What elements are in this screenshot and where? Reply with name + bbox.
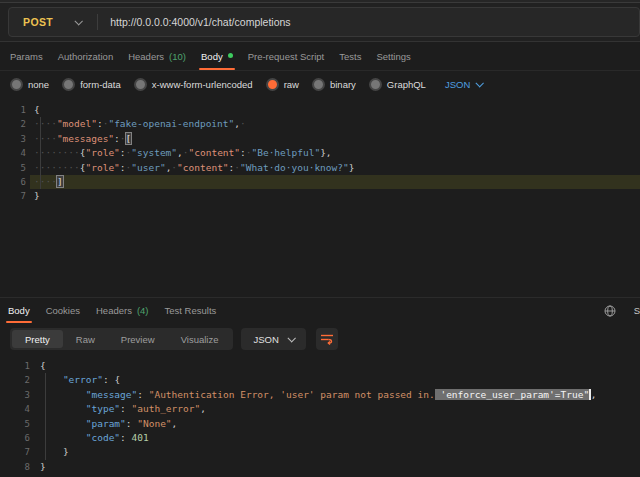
code-token <box>40 374 63 385</box>
code-token <box>40 403 86 414</box>
postman-request-window: POST http://0.0.0.0:4000/v1/chat/complet… <box>0 0 640 477</box>
body-type-row: none form-data x-www-form-urlencoded raw… <box>0 71 640 97</box>
radio-graphql[interactable]: GraphQL <box>369 78 426 91</box>
response-tab-headers[interactable]: Headers (4) <box>96 298 149 323</box>
tab-authorization[interactable]: Authorization <box>58 42 113 70</box>
active-tab-underline <box>6 321 32 323</box>
code-token: "message" <box>86 389 137 400</box>
code-token: "What·do·you·know?" <box>240 162 349 173</box>
method-label: POST <box>23 16 53 28</box>
code-token <box>40 446 63 457</box>
code-line: 4········{"role":·"system",·"content":·"… <box>0 146 640 160</box>
tab-tests[interactable]: Tests <box>339 42 361 70</box>
radio-icon <box>134 78 147 91</box>
code-token: }, <box>320 147 331 158</box>
code-line: 7} <box>0 189 640 203</box>
selected-text: 'enforce_user_param'=True" <box>435 389 589 400</box>
view-raw-button[interactable]: Raw <box>63 330 108 348</box>
code-token: "error" <box>63 374 103 385</box>
radio-none[interactable]: none <box>10 78 49 91</box>
code-text: ····"model":·"fake-openai-endpoint",· <box>34 117 640 131</box>
response-view-switcher: Pretty Raw Preview Visualize <box>10 328 233 350</box>
response-meta: S <box>604 298 640 323</box>
response-tab-test-results[interactable]: Test Results <box>165 298 217 323</box>
view-preview-button[interactable]: Preview <box>108 330 168 348</box>
code-token: ] <box>57 176 63 187</box>
code-token: [ <box>126 133 132 144</box>
line-number: 4 <box>0 146 34 160</box>
code-text: "type": "auth_error", <box>40 402 640 416</box>
code-line: 3 "message": "Authentication Error, 'use… <box>0 388 640 402</box>
code-token: , <box>591 389 597 400</box>
url-input[interactable]: http://0.0.0.0:4000/v1/chat/completions <box>98 16 290 28</box>
url-row: POST http://0.0.0.0:4000/v1/chat/complet… <box>0 3 640 42</box>
line-number: 4 <box>0 402 40 416</box>
code-line: 2 "error": { <box>0 373 640 387</box>
line-number: 2 <box>0 373 40 387</box>
code-line: 4 "type": "auth_error", <box>0 402 640 416</box>
code-line: 5········{"role":·"user",·"content":·"Wh… <box>0 161 640 175</box>
active-tab-underline <box>199 68 235 70</box>
line-number: 5 <box>0 417 40 431</box>
code-line: 6 "code": 401 <box>0 431 640 445</box>
radio-form-data[interactable]: form-data <box>62 78 121 91</box>
response-tab-cookies[interactable]: Cookies <box>46 298 80 323</box>
indent-guide <box>40 117 41 189</box>
line-number: 3 <box>0 388 40 402</box>
tab-pre-request-script[interactable]: Pre-request Script <box>248 42 325 70</box>
tab-settings[interactable]: Settings <box>376 42 410 70</box>
response-tab-body[interactable]: Body <box>8 298 30 323</box>
globe-icon[interactable] <box>604 305 616 317</box>
tab-body[interactable]: Body <box>201 42 233 70</box>
code-token: : <box>120 432 131 443</box>
code-token: : { <box>103 374 120 385</box>
code-token: ···· <box>34 176 57 187</box>
code-token: ···· <box>34 133 57 144</box>
body-modified-dot-icon <box>228 53 233 58</box>
code-token: } <box>34 190 40 201</box>
radio-selected-icon <box>266 78 279 91</box>
view-visualize-button[interactable]: Visualize <box>168 330 232 348</box>
radio-binary[interactable]: binary <box>312 78 356 91</box>
code-token: "Authentication Error, 'user' param not … <box>149 389 435 400</box>
code-token: "None" <box>137 418 171 429</box>
code-line: 5 "param": "None", <box>0 417 640 431</box>
code-text: } <box>40 445 640 459</box>
chevron-down-icon <box>287 334 295 342</box>
code-token: "role" <box>86 147 120 158</box>
radio-x-www-form-urlencoded[interactable]: x-www-form-urlencoded <box>134 78 253 91</box>
code-token: "model" <box>57 118 97 129</box>
code-token: { <box>40 360 46 371</box>
line-number: 2 <box>0 117 34 131</box>
code-token: "auth_error" <box>132 403 201 414</box>
code-text: "message": "Authentication Error, 'user'… <box>40 388 640 402</box>
response-toolbar: Pretty Raw Preview Visualize JSON <box>0 323 640 357</box>
code-line: 1{ <box>0 359 640 373</box>
radio-icon <box>10 78 23 91</box>
code-token: } <box>349 162 355 173</box>
response-body-viewer[interactable]: 1{2 "error": {3 "message": "Authenticati… <box>0 357 640 477</box>
code-token: } <box>63 446 69 457</box>
request-format-selector[interactable]: JSON <box>445 79 482 90</box>
radio-raw[interactable]: raw <box>266 78 299 91</box>
request-body-editor[interactable]: 1{2····"model":·"fake-openai-endpoint",·… <box>0 97 640 297</box>
response-format-selector[interactable]: JSON <box>241 328 305 350</box>
code-token: "content" <box>189 147 240 158</box>
view-pretty-button[interactable]: Pretty <box>12 330 63 348</box>
code-text: { <box>40 359 640 373</box>
method-selector[interactable]: POST <box>9 8 97 36</box>
line-number: 5 <box>0 161 34 175</box>
code-token: : <box>120 403 131 414</box>
radio-icon <box>312 78 325 91</box>
code-token: · <box>120 133 126 144</box>
line-number: 1 <box>0 103 34 117</box>
code-text: "code": 401 <box>40 431 640 445</box>
wrap-text-button[interactable] <box>316 328 338 350</box>
code-token: "messages" <box>57 133 114 144</box>
tab-headers[interactable]: Headers (10) <box>128 42 186 70</box>
code-text: ····] <box>34 175 640 189</box>
line-number: 6 <box>0 431 40 445</box>
tab-params[interactable]: Params <box>10 42 43 70</box>
radio-icon <box>62 78 75 91</box>
code-text: "param": "None", <box>40 417 640 431</box>
